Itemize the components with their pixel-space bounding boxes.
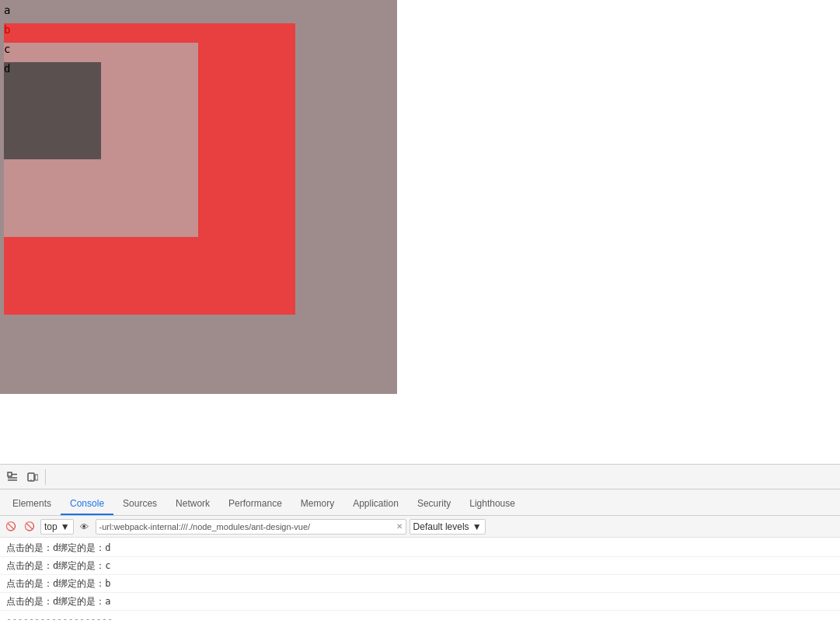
label-d: d <box>4 62 10 75</box>
tab-console[interactable]: Console <box>61 493 113 515</box>
canvas-area: a b c d <box>0 0 397 394</box>
device-toggle-button[interactable] <box>23 468 42 486</box>
devtools-toolbar <box>0 465 840 489</box>
context-arrow: ▼ <box>61 521 70 532</box>
custom-filter-button[interactable]: 👁 <box>77 519 92 535</box>
console-dashes: ------------------- <box>0 611 840 627</box>
svg-point-6 <box>30 479 32 481</box>
tab-performance[interactable]: Performance <box>219 493 291 515</box>
console-line-4: 点击的是：d绑定的是：a <box>0 593 840 611</box>
tab-network[interactable]: Network <box>166 493 219 515</box>
clear-console-button[interactable]: 🚫 <box>3 519 19 535</box>
svg-rect-5 <box>35 475 38 480</box>
tab-lighthouse[interactable]: Lighthouse <box>460 493 525 515</box>
main-content: a b c d <box>0 0 840 464</box>
toolbar-divider <box>45 469 46 485</box>
default-levels-label: Default levels <box>413 521 469 532</box>
filter-input-container[interactable]: -url:webpack-internal:///./node_modules/… <box>96 519 406 535</box>
tab-sources[interactable]: Sources <box>113 493 166 515</box>
label-a: a <box>4 4 10 16</box>
devtools-panel: Elements Console Sources Network Perform… <box>0 464 840 627</box>
context-selector[interactable]: top ▼ <box>40 519 74 535</box>
console-toolbar: 🚫 🚫 top ▼ 👁 -url:webpack-internal:///./n… <box>0 516 840 538</box>
devtools-tabs: Elements Console Sources Network Perform… <box>0 489 840 516</box>
filter-close-icon[interactable]: ✕ <box>396 522 403 531</box>
label-b: b <box>4 23 10 36</box>
svg-rect-0 <box>8 472 12 476</box>
console-line-2: 点击的是：d绑定的是：c <box>0 557 840 575</box>
label-c: c <box>4 43 10 55</box>
console-line-3: 点击的是：d绑定的是：b <box>0 575 840 593</box>
tab-elements[interactable]: Elements <box>3 493 61 515</box>
tab-memory[interactable]: Memory <box>291 493 343 515</box>
default-levels-selector[interactable]: Default levels ▼ <box>410 519 486 535</box>
console-output: 点击的是：d绑定的是：d 点击的是：d绑定的是：c 点击的是：d绑定的是：b 点… <box>0 538 840 627</box>
preserve-log-button[interactable]: 🚫 <box>22 519 37 535</box>
filter-text: -url:webpack-internal:///./node_modules/… <box>99 522 393 531</box>
tab-security[interactable]: Security <box>408 493 460 515</box>
inspect-element-button[interactable] <box>3 468 22 486</box>
rect-d <box>4 62 101 159</box>
console-line-1: 点击的是：d绑定的是：d <box>0 539 840 557</box>
context-value: top <box>44 521 58 532</box>
tab-application[interactable]: Application <box>343 493 408 515</box>
default-levels-arrow: ▼ <box>472 521 482 532</box>
